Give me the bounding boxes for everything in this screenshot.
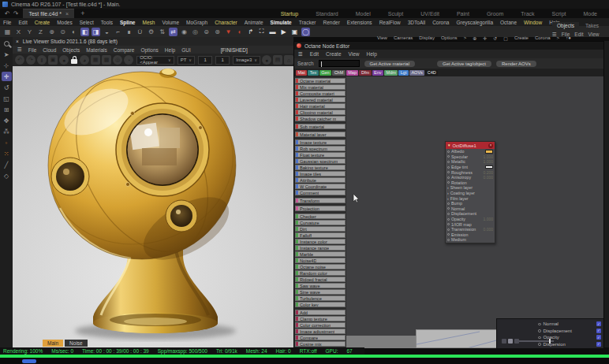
pin-connector-icon[interactable] xyxy=(447,161,450,163)
lv-toolbar-icon[interactable]: ⌂ xyxy=(284,55,293,65)
node-list-item[interactable]: Projection xyxy=(295,206,346,211)
lock-icon[interactable] xyxy=(70,55,78,65)
axis-mode-icon[interactable]: ◇ xyxy=(2,171,12,180)
select-tool-icon[interactable]: ⊹ xyxy=(2,61,12,70)
node-pin-row[interactable]: › Medium xyxy=(446,237,495,243)
node-list-item[interactable]: Dirt xyxy=(295,226,346,232)
add-tab-button[interactable]: + xyxy=(74,9,91,17)
toolbar-icon[interactable]: ◐ xyxy=(69,28,78,36)
lv-menu-gui[interactable]: GUI xyxy=(181,47,191,53)
lv-toolbar-icon[interactable]: ● xyxy=(262,55,271,65)
menu-item[interactable]: Create xyxy=(35,20,50,25)
menu-item[interactable]: Animate xyxy=(245,20,263,25)
object-manager-tab[interactable]: Objects xyxy=(552,22,579,29)
node-list-item[interactable]: Color correction xyxy=(295,322,346,328)
node-list-item[interactable]: Image texture xyxy=(295,139,346,145)
search-input[interactable] xyxy=(319,60,360,67)
snap-icon[interactable]: ◦ xyxy=(2,138,12,147)
node-list-item[interactable]: Transform xyxy=(295,198,346,203)
menu-item[interactable]: Render xyxy=(323,20,340,25)
menu-item[interactable]: RealFlow xyxy=(379,20,401,25)
timeline-scrollbar[interactable] xyxy=(22,359,36,363)
node-pin-row[interactable]: › Anisotropy 0.000 xyxy=(446,175,495,180)
node-pin-row[interactable]: › Specular 1.000 xyxy=(446,154,495,160)
menu-item[interactable]: Extensions xyxy=(347,20,372,25)
node-list-item[interactable]: Compare xyxy=(295,335,346,340)
om-menu-view[interactable]: View xyxy=(588,32,600,38)
toolbar-icon[interactable]: ◧ xyxy=(80,28,89,36)
viewport-menu-display[interactable]: Display xyxy=(419,35,435,41)
node-list-item[interactable]: Sine wave xyxy=(295,289,346,295)
node-pin-row[interactable]: › Edge tint xyxy=(446,165,495,170)
layout-tab[interactable]: Model xyxy=(347,11,379,17)
pin-color-swatch[interactable] xyxy=(485,150,493,154)
node-list-item[interactable]: Rgb spectrum xyxy=(295,146,346,151)
toolbar-icon[interactable]: ∎ xyxy=(125,28,133,36)
node-list-item[interactable]: Falloff xyxy=(295,232,346,238)
menu-item[interactable]: Mesh xyxy=(143,20,155,25)
filter-chip[interactable]: Tex xyxy=(308,70,319,76)
pin-connector-icon[interactable] xyxy=(447,223,450,225)
filter-chip[interactable]: Env xyxy=(372,70,383,76)
menu-item[interactable]: Corona xyxy=(432,20,449,25)
pen-tool-icon[interactable]: ╱ xyxy=(2,160,12,169)
layout-tab[interactable]: Script xyxy=(544,11,575,17)
layout-tab[interactable]: UV/Edit xyxy=(412,11,448,17)
toolbar-icon[interactable]: ⚙ xyxy=(147,28,155,36)
move-tool-icon[interactable]: ✛ xyxy=(2,72,12,81)
node-pin-row[interactable]: › Film layer xyxy=(446,195,495,201)
node-list-item[interactable]: Octane material xyxy=(295,78,346,84)
node-list-item[interactable]: Clipping material xyxy=(295,110,346,115)
node-list-item[interactable]: Octane noise xyxy=(295,264,346,269)
node-list-item[interactable]: Layered material xyxy=(295,97,346,102)
lv-toolbar-icon[interactable]: ● xyxy=(59,55,69,65)
scale-tool-icon[interactable]: ◱ xyxy=(2,94,12,103)
ne-menu-create[interactable]: Create xyxy=(326,51,342,57)
node-pin-row[interactable]: › Rotation xyxy=(446,180,495,186)
node-list-item[interactable]: Material layer xyxy=(295,132,346,137)
filter-chip[interactable]: Dfm xyxy=(359,70,371,76)
toolbar-icon[interactable]: ▣ xyxy=(290,28,299,36)
node-graph-canvas[interactable]: ▼ OctDiffuse1 × › Albedo xyxy=(346,76,603,348)
zoom-slider[interactable] xyxy=(519,340,554,342)
toolbar-icon[interactable]: ⇄ xyxy=(169,28,177,36)
node-list-item[interactable]: Hair material xyxy=(295,103,346,109)
node-list-item[interactable]: Instance range xyxy=(295,245,346,251)
search-icon[interactable] xyxy=(2,39,12,48)
node-list-item[interactable]: Ridged fractal xyxy=(295,277,346,282)
node-header[interactable]: ▼ OctDiffuse1 × xyxy=(446,142,495,149)
menu-item[interactable]: Greyscalegorilla xyxy=(456,20,493,25)
filter-chip[interactable]: Map xyxy=(346,70,359,76)
node-pin-row[interactable]: › Roughness 0.200 xyxy=(446,169,495,175)
lv-toolbar-icon[interactable]: ▣ xyxy=(48,55,58,65)
node-pin-row[interactable]: › Displacement xyxy=(446,211,495,217)
node-list-item[interactable]: Float texture xyxy=(295,152,346,158)
node-list-item[interactable]: Clamp texture xyxy=(295,316,346,321)
filter-chip[interactable]: Gen xyxy=(319,70,331,76)
toolbar-icon[interactable]: ⊙ xyxy=(58,28,67,36)
lv-menu-file[interactable]: File xyxy=(28,47,36,53)
node-list-item[interactable]: Composite materi xyxy=(295,91,346,96)
lv-toolbar-icon[interactable]: ↶ xyxy=(15,55,24,65)
camera-lock-icon[interactable]: ↑● xyxy=(566,35,571,41)
region-field-2[interactable]: 1 xyxy=(215,56,230,65)
menu-item[interactable]: 3DToAll xyxy=(408,20,425,25)
toolbar-icon[interactable]: ▬ xyxy=(268,28,277,36)
node-pin-row[interactable]: › Emission xyxy=(446,232,495,238)
lv-toolbar-icon[interactable]: ‖ xyxy=(37,55,47,65)
rotate-icon[interactable]: ↺ xyxy=(493,35,497,41)
lv-menu-materials[interactable]: Materials xyxy=(86,47,106,53)
checkbox-checked-icon[interactable]: ✓ xyxy=(596,342,601,347)
render-aovs-button[interactable]: Render AOVs xyxy=(496,61,536,67)
region-field-1[interactable]: 1 xyxy=(198,56,212,65)
filter-chip[interactable]: Mat xyxy=(296,70,307,76)
quantize-icon[interactable]: ⁙ xyxy=(2,149,12,158)
node-list-item[interactable]: Sub material xyxy=(295,124,346,129)
coord-tool-icon[interactable]: ⊞ xyxy=(2,105,12,114)
node-pin-row[interactable]: › Metallic 1.000 xyxy=(446,159,495,165)
menu-item[interactable]: Spline xyxy=(120,20,136,25)
node-list-item[interactable]: Cosine mix xyxy=(295,341,346,347)
node-list-item[interactable]: Mix material xyxy=(295,84,346,90)
pin-connector-icon[interactable] xyxy=(447,176,450,179)
toolbar-icon[interactable]: ▶ xyxy=(279,28,288,36)
